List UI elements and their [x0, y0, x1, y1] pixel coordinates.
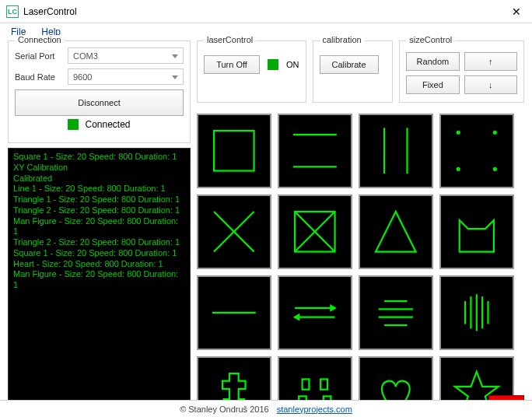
- svg-point-6: [494, 131, 496, 134]
- baud-rate-label: Baud Rate: [15, 72, 63, 82]
- log-line: Triangle 1 - Size: 20 Speed: 800 Duratio…: [13, 194, 185, 205]
- shape-tile-dots-corners[interactable]: [439, 114, 514, 188]
- svg-point-8: [494, 168, 496, 170]
- laser-on-led-icon: [268, 59, 278, 70]
- svg-point-7: [457, 168, 460, 170]
- laser-legend: laserControl: [204, 35, 256, 44]
- serial-port-label: Serial Port: [15, 51, 63, 61]
- log-line: Man Figure - Size: 20 Speed: 800 Duratio…: [13, 216, 185, 238]
- shape-tile-triangle[interactable]: [359, 194, 433, 269]
- log-line: Line 1 - Size: 20 Speed: 800 Duration: 1: [13, 184, 185, 194]
- shape-tile-vlines-5[interactable]: [439, 275, 514, 350]
- laser-on-label: ON: [286, 60, 299, 69]
- shape-tile-two-hlines[interactable]: [278, 114, 352, 188]
- log-line: Heart - Size: 20 Speed: 800 Duration: 1: [13, 259, 185, 270]
- calibrate-button[interactable]: Calibrate: [320, 55, 379, 74]
- shape-tile-two-vlines[interactable]: [359, 114, 433, 188]
- connection-led-icon: [68, 119, 79, 130]
- log-line: Square 1 - Size: 20 Speed: 800 Duration:…: [13, 152, 185, 163]
- log-line: Calibrated: [13, 173, 185, 184]
- turn-off-button[interactable]: Turn Off: [204, 55, 260, 74]
- size-legend: sizeControl: [406, 35, 455, 44]
- svg-rect-29: [303, 380, 310, 390]
- serial-port-select[interactable]: COM3: [68, 47, 184, 64]
- shape-tile-square[interactable]: [197, 114, 271, 188]
- connection-legend: Connection: [15, 35, 65, 44]
- shape-tile-cat[interactable]: [439, 194, 514, 269]
- close-icon[interactable]: ✕: [507, 5, 526, 18]
- size-up-button[interactable]: ↑: [464, 52, 517, 71]
- shape-grid: STOP: [197, 114, 524, 417]
- svg-rect-30: [320, 380, 327, 390]
- footer-link[interactable]: stanleyprojects.com: [277, 405, 352, 414]
- connection-status: Connected: [85, 119, 130, 130]
- log-line: Triangle 2 - Size: 20 Speed: 800 Duratio…: [13, 205, 185, 216]
- svg-rect-0: [214, 131, 254, 171]
- log-panel: Square 1 - Size: 20 Speed: 800 Duration:…: [8, 148, 191, 417]
- calibration-legend: calibration: [320, 35, 365, 44]
- log-line: Square 1 - Size: 20 Speed: 800 Duration:…: [13, 248, 185, 259]
- size-down-button[interactable]: ↓: [464, 75, 517, 94]
- baud-rate-select[interactable]: 9600: [68, 68, 184, 85]
- log-line: Triangle 2 - Size: 20 Speed: 800 Duratio…: [13, 237, 185, 248]
- log-line: XY Calibration: [13, 163, 185, 173]
- app-icon: LC: [6, 5, 19, 18]
- shape-tile-x-cross[interactable]: [197, 194, 271, 269]
- shape-tile-hlines-4[interactable]: [359, 275, 433, 350]
- shape-tile-square-x[interactable]: [278, 194, 352, 269]
- shape-tile-arrows-h[interactable]: [278, 275, 352, 350]
- disconnect-button[interactable]: Disconnect: [15, 89, 184, 116]
- shape-tile-hline[interactable]: [197, 275, 271, 350]
- footer-copyright: © Stanley Ondruš 2016: [180, 405, 269, 414]
- window-title: LaserControl: [23, 6, 507, 17]
- svg-point-5: [457, 131, 460, 134]
- random-button[interactable]: Random: [406, 52, 459, 71]
- log-line: Man Figure - Size: 20 Speed: 800 Duratio…: [13, 269, 185, 291]
- fixed-button[interactable]: Fixed: [406, 75, 459, 94]
- svg-marker-14: [376, 212, 416, 252]
